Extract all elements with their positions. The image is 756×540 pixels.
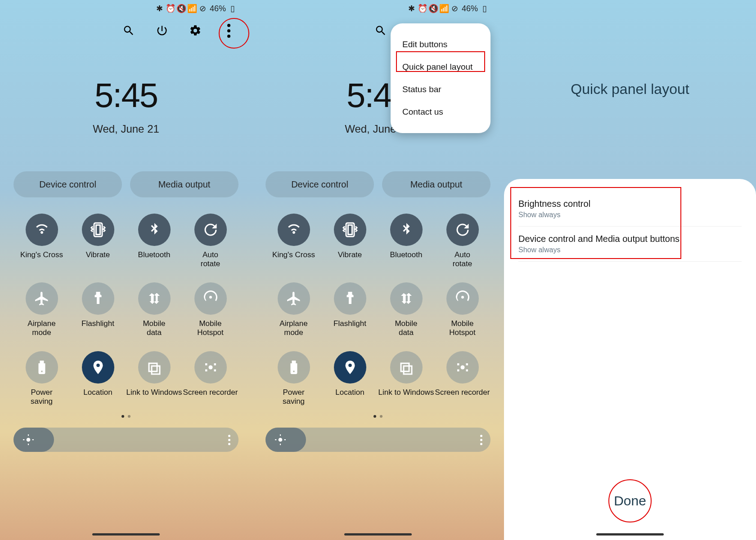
qs-tile-flashlight[interactable]: Flashlight (322, 282, 378, 338)
phone-screen-2: ✱ ⏰ 🔇 📶 ⊘ 46% ▯ Edit buttons Quick panel… (252, 0, 504, 540)
qs-tile-hotspot[interactable]: MobileHotspot (434, 282, 490, 338)
qs-tile-label: Mobiledata (395, 319, 417, 338)
location-icon (82, 351, 114, 384)
annotation-highlight-circle (608, 479, 652, 522)
wifi-icon (26, 214, 58, 246)
qs-tile-label: Autorotate (453, 250, 472, 269)
device-control-chip[interactable]: Device control (14, 171, 122, 197)
wifi-status-icon: 📶 (440, 4, 448, 13)
rotate-icon (194, 214, 227, 246)
brightness-menu-button[interactable] (480, 435, 482, 445)
battery-label: 46% (462, 4, 478, 13)
qs-tile-label: Bluetooth (138, 250, 171, 268)
qs-tile-rotate[interactable]: Autorotate (182, 214, 238, 269)
qs-tile-powersave[interactable]: Powersaving (266, 351, 322, 406)
brightness-slider[interactable] (14, 428, 238, 452)
rotate-icon (446, 214, 479, 246)
mute-icon: 🔇 (177, 4, 185, 13)
location-icon (334, 351, 366, 384)
qs-tile-rotate[interactable]: Autorotate (434, 214, 490, 269)
menu-item-contact-us[interactable]: Contact us (391, 101, 490, 123)
qs-tile-label: Screen recorder (183, 388, 238, 406)
vibrate-icon (82, 214, 114, 246)
wifi-status-icon: 📶 (188, 4, 196, 13)
media-output-chip[interactable]: Media output (130, 171, 238, 197)
page-indicator (14, 415, 238, 418)
home-indicator[interactable] (92, 533, 160, 536)
qs-tile-airplane[interactable]: Airplanemode (266, 282, 322, 338)
clock-time: 5:45 (14, 76, 238, 115)
phone-screen-3: Quick panel layout Brightness control Sh… (504, 0, 756, 540)
settings-button[interactable] (187, 22, 203, 39)
clock-date: Wed, June 21 (14, 123, 238, 135)
qs-tile-bluetooth[interactable]: Bluetooth (378, 214, 434, 269)
mobiledata-icon (390, 282, 423, 315)
vibrate-icon (334, 214, 366, 246)
qs-tile-wifi[interactable]: King's Cross (266, 214, 322, 269)
brightness-menu-button[interactable] (228, 435, 230, 445)
qs-tile-recorder[interactable]: Screen recorder (182, 351, 238, 406)
home-indicator[interactable] (344, 533, 412, 536)
qs-tile-bluetooth[interactable]: Bluetooth (126, 214, 182, 269)
wifi-icon (278, 214, 310, 246)
qs-tile-hotspot[interactable]: MobileHotspot (182, 282, 238, 338)
qs-tile-flashlight[interactable]: Flashlight (70, 282, 126, 338)
flashlight-icon (334, 282, 366, 315)
airplane-icon (26, 282, 58, 315)
home-indicator[interactable] (596, 533, 664, 536)
mobiledata-icon (138, 282, 171, 315)
qs-tile-label: Screen recorder (435, 388, 490, 406)
mute-icon: 🔇 (429, 4, 437, 13)
power-button[interactable] (154, 22, 170, 39)
qs-tile-airplane[interactable]: Airplanemode (14, 282, 70, 338)
search-button[interactable] (121, 22, 137, 39)
dnd-icon: ⊘ (199, 4, 207, 13)
qs-tile-label: Airplanemode (27, 319, 55, 338)
qs-tile-vibrate[interactable]: Vibrate (322, 214, 378, 269)
search-button[interactable] (373, 22, 389, 39)
qs-tile-recorder[interactable]: Screen recorder (434, 351, 490, 406)
device-control-chip[interactable]: Device control (266, 171, 374, 197)
dnd-icon: ⊘ (451, 4, 459, 13)
qs-tile-label: MobileHotspot (197, 319, 224, 338)
qs-tile-vibrate[interactable]: Vibrate (70, 214, 126, 269)
qs-tile-label: Powersaving (283, 388, 305, 406)
powersave-icon (278, 351, 310, 384)
clock-widget: 5:45 Wed, June 21 (14, 76, 238, 135)
qs-tile-mobiledata[interactable]: Mobiledata (378, 282, 434, 338)
qs-tile-label: Link to Windows (126, 388, 182, 406)
brightness-icon (274, 434, 286, 446)
media-output-chip[interactable]: Media output (382, 171, 490, 197)
annotation-highlight-circle (219, 18, 249, 49)
quick-panel-toolbar (14, 17, 238, 44)
qs-tile-label: Flashlight (333, 319, 366, 337)
hotspot-icon (194, 282, 227, 315)
bluetooth-icon: ✱ (156, 4, 164, 13)
qs-tile-location[interactable]: Location (322, 351, 378, 406)
bluetooth-icon (390, 214, 423, 246)
qs-tile-label: Location (335, 388, 364, 406)
annotation-highlight-rect (510, 187, 681, 259)
qs-tile-powersave[interactable]: Powersaving (14, 351, 70, 406)
overflow-menu: Edit buttons Quick panel layout Status b… (391, 23, 490, 133)
link-icon (390, 351, 423, 384)
page-title: Quick panel layout (504, 81, 756, 98)
battery-icon: ▯ (229, 4, 237, 13)
qs-tile-label: Airplanemode (279, 319, 307, 338)
menu-item-status-bar[interactable]: Status bar (391, 78, 490, 101)
page-indicator (266, 415, 490, 418)
qs-tile-mobiledata[interactable]: Mobiledata (126, 282, 182, 338)
qs-tile-label: MobileHotspot (449, 319, 476, 338)
qs-tile-label: Powersaving (31, 388, 53, 406)
qs-tile-label: Location (83, 388, 112, 406)
qs-tile-link[interactable]: Link to Windows (378, 351, 434, 406)
brightness-slider[interactable] (266, 428, 490, 452)
qs-tile-location[interactable]: Location (70, 351, 126, 406)
recorder-icon (194, 351, 227, 384)
qs-tile-link[interactable]: Link to Windows (126, 351, 182, 406)
settings-sheet: Brightness control Show always Device co… (504, 179, 756, 540)
qs-tile-wifi[interactable]: King's Cross (14, 214, 70, 269)
link-icon (138, 351, 171, 384)
status-bar: ✱ ⏰ 🔇 📶 ⊘ 46% ▯ (14, 0, 238, 17)
flashlight-icon (82, 282, 114, 315)
